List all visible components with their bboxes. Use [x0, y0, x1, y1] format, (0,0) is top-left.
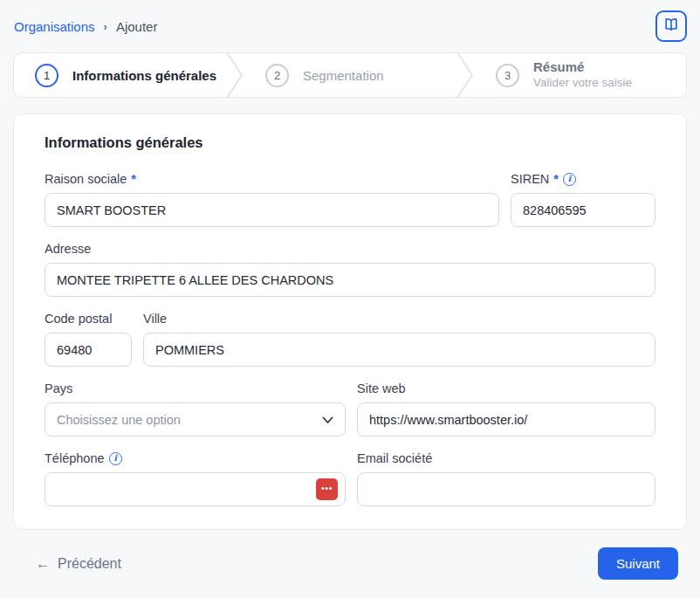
field-siren: SIREN * i — [511, 172, 655, 227]
code-postal-input[interactable] — [45, 333, 132, 367]
form-title: Informations générales — [45, 134, 655, 151]
step-informations-generales[interactable]: 1 Informations générales — [14, 53, 225, 97]
step-2-number: 2 — [265, 64, 289, 87]
field-pays: Pays Choisissez une option — [45, 381, 346, 436]
step-separator-icon — [456, 53, 475, 97]
step-3-label: Résumé — [533, 59, 632, 76]
email-societe-label: Email société — [357, 451, 432, 465]
step-3-sublabel: Valider votre saisie — [533, 76, 632, 91]
documentation-button[interactable] — [655, 10, 687, 42]
form-card: Informations générales Raison sociale * … — [13, 113, 687, 530]
step-1-label: Informations générales — [72, 68, 216, 83]
telephone-info-icon[interactable]: i — [109, 452, 122, 465]
ville-label: Ville — [143, 312, 167, 326]
field-site-web: Site web — [357, 381, 655, 436]
breadcrumb-current: Ajouter — [116, 19, 158, 34]
step-resume[interactable]: 3 Résumé Valider votre saisie — [475, 53, 686, 97]
telephone-label: Téléphone — [45, 451, 105, 465]
field-code-postal: Code postal — [45, 312, 132, 367]
breadcrumb: Organisations › Ajouter — [14, 19, 157, 34]
telephone-input[interactable] — [45, 472, 346, 506]
previous-label: Précédent — [58, 556, 121, 572]
open-book-icon — [662, 16, 680, 37]
next-button[interactable]: Suivant — [598, 547, 678, 580]
topbar: Organisations › Ajouter — [0, 0, 700, 51]
field-telephone: Téléphone i ••• — [45, 451, 346, 506]
password-manager-autofill-icon[interactable]: ••• — [316, 478, 338, 500]
step-3-number: 3 — [496, 64, 519, 87]
step-1-number: 1 — [35, 64, 58, 87]
chevron-down-icon — [322, 413, 333, 427]
pays-label: Pays — [45, 381, 72, 395]
siren-label: SIREN — [511, 172, 549, 186]
breadcrumb-organisations-link[interactable]: Organisations — [14, 19, 95, 34]
breadcrumb-separator-icon: › — [104, 20, 107, 33]
site-web-input[interactable] — [357, 402, 655, 436]
required-marker: * — [553, 172, 559, 186]
field-raison-sociale: Raison sociale * — [45, 172, 499, 227]
arrow-left-icon: ← — [36, 556, 50, 572]
raison-sociale-label: Raison sociale — [45, 172, 127, 186]
step-2-label: Segmentation — [303, 68, 384, 83]
field-email-societe: Email société — [357, 451, 655, 506]
site-web-label: Site web — [357, 381, 406, 395]
code-postal-label: Code postal — [45, 312, 112, 326]
raison-sociale-input[interactable] — [45, 193, 499, 227]
ville-input[interactable] — [143, 333, 655, 367]
previous-button[interactable]: ← Précédent — [36, 556, 121, 572]
pays-select[interactable]: Choisissez une option — [45, 402, 346, 436]
step-segmentation[interactable]: 2 Segmentation — [244, 53, 456, 97]
email-societe-input[interactable] — [357, 472, 655, 506]
field-ville: Ville — [143, 312, 655, 367]
required-marker: * — [131, 172, 136, 186]
step-separator-icon — [225, 53, 244, 97]
wizard-footer: ← Précédent Suivant — [0, 530, 700, 580]
siren-input[interactable] — [511, 193, 655, 227]
wizard-stepper: 1 Informations générales 2 Segmentation … — [13, 52, 687, 98]
siren-info-icon[interactable]: i — [563, 173, 576, 186]
add-organisation-page: Organisations › Ajouter 1 Informations g… — [0, 0, 700, 598]
pays-selected-option: Choisissez une option — [57, 413, 181, 427]
adresse-label: Adresse — [45, 242, 91, 256]
adresse-input[interactable] — [45, 263, 655, 297]
field-adresse: Adresse — [45, 242, 655, 297]
